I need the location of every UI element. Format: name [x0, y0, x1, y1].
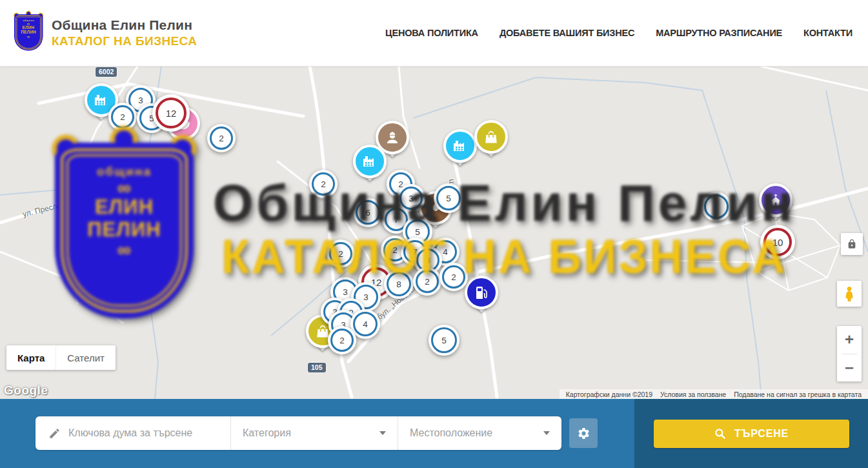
lock-icon	[847, 239, 857, 249]
cluster-count: 2	[338, 249, 343, 259]
zoom-in-button[interactable]: +	[837, 326, 862, 354]
map-type-map-button[interactable]: Карта	[6, 345, 56, 370]
header: община ∞ ЕЛИН ПЕЛИН ∞ Община Елин Пелин …	[0, 0, 868, 66]
municipality-logo: община ∞ ЕЛИН ПЕЛИН ∞	[14, 14, 45, 52]
factory-icon	[443, 129, 477, 163]
cluster-count: 12	[166, 108, 177, 119]
cluster-count: 8	[425, 256, 430, 265]
attribution-text: Картографски данни ©2019	[562, 391, 656, 398]
factory-icon	[353, 145, 387, 178]
chevron-down-icon	[379, 431, 386, 435]
nav-item[interactable]: МАРШРУТНО РАЗПИСАНИЕ	[656, 28, 782, 38]
logo-shield: община ∞ ЕЛИН ПЕЛИН ∞	[14, 14, 43, 51]
settings-button[interactable]	[569, 418, 598, 448]
cluster-count: 4	[363, 320, 368, 329]
cluster-count: 3	[409, 194, 414, 203]
search-button-label: ТЪРСЕНЕ	[734, 428, 789, 440]
page: община ∞ ЕЛИН ПЕЛИН ∞ Община Елин Пелин …	[0, 0, 868, 468]
google-logo[interactable]: Google	[4, 383, 48, 398]
cluster-count: 3	[363, 292, 368, 302]
cluster-marker[interactable]: 8	[384, 269, 414, 299]
map-pin-fuel[interactable]	[465, 276, 498, 318]
cluster-count: 2	[339, 336, 345, 345]
bag-icon	[474, 120, 508, 154]
search-panel: Категория Местоположение	[35, 416, 561, 450]
cluster-marker[interactable]: 2	[108, 103, 137, 131]
cluster-count: 3	[138, 96, 143, 105]
map-pin-bag[interactable]	[474, 120, 508, 163]
nav-item[interactable]: ДОБАВЕТЕ ВАШИЯТ БИЗНЕС	[500, 28, 634, 38]
logo-ornament-icon: ∞	[27, 35, 30, 39]
cluster-marker[interactable]: 5	[429, 325, 459, 356]
cluster-marker[interactable]: 6	[353, 198, 383, 227]
attribution-link[interactable]: Подаване на сигнал за грешка в картата	[730, 391, 865, 398]
cluster-count: 4	[443, 247, 448, 257]
map-attribution: Картографски данни ©2019Условия за ползв…	[560, 389, 868, 399]
nav-item[interactable]: КОНТАКТИ	[803, 28, 853, 38]
cluster-marker[interactable]	[701, 192, 731, 221]
fuel-icon	[465, 276, 498, 309]
cluster-count: 2	[120, 112, 125, 122]
cluster-count: 2	[425, 277, 430, 287]
cluster-count: 5	[446, 194, 451, 203]
zoom-out-button[interactable]: −	[837, 354, 862, 382]
gear-icon	[577, 427, 590, 440]
map-canvas[interactable]: 325122223567522748128223338342510 община…	[0, 66, 868, 399]
cluster-marker[interactable]: 2	[207, 124, 236, 152]
cluster-marker[interactable]: 2	[439, 263, 468, 291]
pegman-icon	[842, 285, 857, 302]
pegman-button[interactable]	[837, 281, 862, 307]
map-pin-factory[interactable]	[353, 145, 387, 187]
attribution-link[interactable]: Условия за ползване	[656, 391, 730, 398]
cluster-count: 3	[343, 287, 348, 297]
category-select[interactable]: Категория	[231, 416, 398, 450]
cluster-count: 7	[394, 215, 399, 225]
pencil-icon	[35, 416, 62, 450]
search-bar: Категория Местоположение ТЪРСЕНЕ	[0, 399, 868, 468]
cluster-count: 2	[392, 245, 398, 255]
main-nav: ЦЕНОВА ПОЛИТИКАДОБАВЕТЕ ВАШИЯТ БИЗНЕСМАР…	[385, 28, 853, 38]
keyword-input[interactable]	[62, 416, 230, 450]
search-icon	[714, 427, 727, 440]
nav-item[interactable]: ЦЕНОВА ПОЛИТИКА	[385, 28, 478, 38]
cluster-marker[interactable]: 2	[328, 326, 356, 354]
chevron-down-icon	[543, 431, 550, 435]
cluster-marker[interactable]: 2	[413, 267, 441, 296]
marker-layer: 325122223567522748128223338342510	[0, 66, 868, 399]
map-type-control: Карта Сателит	[6, 345, 116, 370]
cluster-count: 6	[365, 208, 370, 218]
site-subtitle: КАТАЛОГ НА БИЗНЕСА	[52, 34, 197, 48]
cluster-marker[interactable]: 2	[327, 239, 355, 268]
cluster-count: 2	[451, 272, 456, 282]
cluster-count: 10	[772, 237, 783, 248]
location-select-value: Местоположение	[410, 427, 492, 439]
cluster-marker[interactable]: 2	[309, 170, 338, 198]
cluster-marker[interactable]: 5	[434, 183, 463, 213]
cluster-count: 5	[441, 336, 447, 345]
cluster-count: 2	[219, 134, 224, 143]
location-select[interactable]: Местоположение	[398, 416, 561, 450]
cluster-count: 8	[396, 280, 401, 289]
cluster-marker[interactable]: 12	[152, 94, 190, 132]
map-pin-factory[interactable]	[443, 129, 477, 172]
cluster-marker[interactable]: 10	[760, 225, 795, 259]
category-select-value: Категория	[243, 427, 291, 439]
cluster-count: 5	[415, 227, 420, 237]
zoom-control: + −	[837, 326, 862, 382]
church-icon	[759, 183, 792, 217]
cluster-count: 2	[321, 179, 326, 189]
map-pin-church[interactable]	[759, 183, 792, 226]
logo-name-text: ЕЛИН ПЕЛИН	[20, 25, 37, 34]
map-type-satellite-button[interactable]: Сателит	[56, 345, 116, 370]
search-button[interactable]: ТЪРСЕНЕ	[654, 420, 849, 448]
brand: община ∞ ЕЛИН ПЕЛИН ∞ Община Елин Пелин …	[14, 14, 197, 52]
lock-button[interactable]	[841, 233, 863, 255]
site-title: Община Елин Пелин	[52, 17, 197, 33]
